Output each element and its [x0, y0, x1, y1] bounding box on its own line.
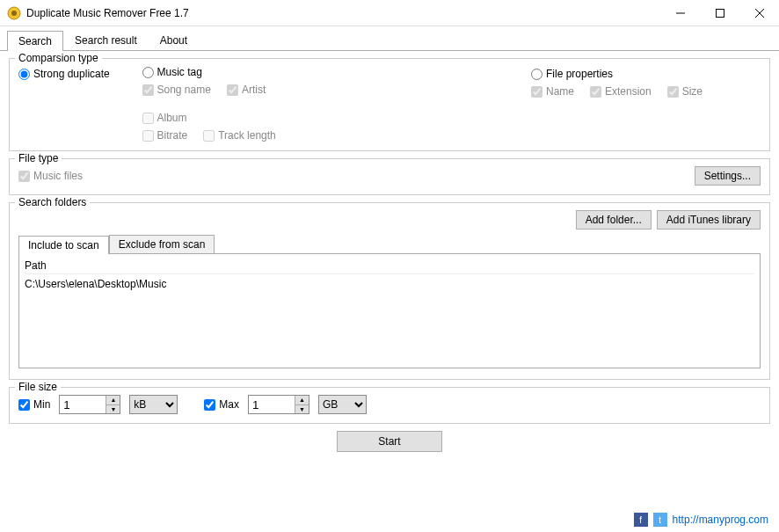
footer: f t http://manyprog.com [634, 513, 768, 527]
minimize-button[interactable] [660, 0, 700, 26]
check-track-length: Track length [203, 129, 276, 142]
add-itunes-button[interactable]: Add iTunes library [657, 210, 761, 230]
path-list[interactable]: Path C:\Users\elena\Desktop\Music [18, 254, 761, 368]
website-link[interactable]: http://manyprog.com [673, 514, 768, 526]
close-button[interactable] [739, 0, 779, 26]
facebook-icon[interactable]: f [634, 513, 648, 527]
radio-strong-duplicate[interactable]: Strong duplicate [18, 68, 134, 80]
check-extension: Extension [590, 85, 652, 98]
radio-music-tag[interactable]: Music tag [142, 66, 302, 78]
file-size-group: File size Min ▲▼ kB Max ▲▼ GB [9, 387, 770, 424]
check-name: Name [531, 85, 574, 98]
min-spinner[interactable]: ▲▼ [106, 396, 120, 413]
main-tabs: Search Search result About [0, 26, 779, 51]
filesize-legend: File size [15, 381, 61, 393]
tab-search[interactable]: Search [7, 31, 63, 51]
search-folders-group: Search folders Add folder... Add iTunes … [9, 202, 770, 380]
path-item[interactable]: C:\Users\elena\Desktop\Music [25, 274, 754, 294]
tab-include-scan[interactable]: Include to scan [18, 236, 109, 254]
tab-exclude-scan[interactable]: Exclude from scan [109, 235, 215, 253]
check-music-files: Music files [18, 170, 83, 182]
twitter-icon[interactable]: t [653, 513, 667, 527]
radio-file-properties[interactable]: File properties [531, 68, 761, 80]
check-artist: Artist [227, 84, 266, 96]
tab-about[interactable]: About [149, 30, 199, 50]
start-button[interactable]: Start [337, 431, 442, 452]
file-type-group: File type Music files Settings... [9, 158, 770, 195]
app-icon [7, 6, 21, 20]
maximize-button[interactable] [700, 0, 739, 26]
window-title: Duplicate Music Remover Free 1.7 [26, 7, 660, 19]
check-min[interactable]: Min [18, 398, 50, 411]
titlebar: Duplicate Music Remover Free 1.7 [0, 0, 779, 26]
filetype-legend: File type [15, 152, 62, 164]
folders-legend: Search folders [15, 196, 90, 208]
max-spinner[interactable]: ▲▼ [295, 396, 309, 413]
min-unit-select[interactable]: kB [129, 395, 178, 414]
check-max[interactable]: Max [204, 398, 239, 411]
max-unit-select[interactable]: GB [318, 395, 367, 414]
check-song-name: Song name [142, 84, 211, 96]
comparison-legend: Comparsion type [15, 52, 102, 64]
check-album: Album [142, 112, 187, 124]
svg-rect-3 [716, 9, 724, 17]
check-bitrate: Bitrate [142, 129, 188, 142]
path-column-header: Path [25, 258, 754, 274]
svg-point-1 [11, 11, 17, 16]
add-folder-button[interactable]: Add folder... [576, 210, 652, 230]
settings-button[interactable]: Settings... [695, 166, 761, 186]
scan-tabs: Include to scan Exclude from scan [18, 235, 761, 254]
comparison-type-group: Comparsion type Strong duplicate Music t… [9, 58, 770, 151]
tab-search-result[interactable]: Search result [63, 30, 149, 50]
check-size: Size [667, 85, 703, 98]
